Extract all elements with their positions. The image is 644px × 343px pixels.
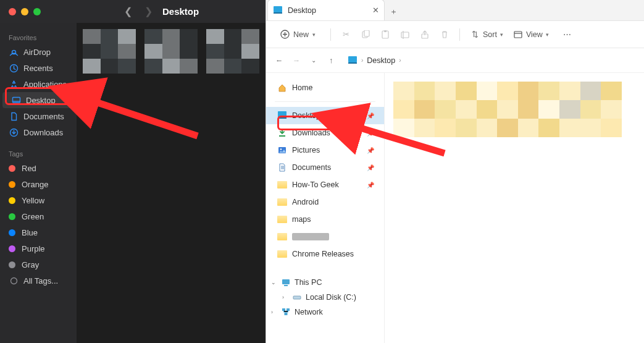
download-icon xyxy=(277,128,287,138)
sidebar-item-pictures[interactable]: Pictures📌 xyxy=(266,142,384,159)
sidebar-label: This PC xyxy=(295,278,322,287)
svg-rect-12 xyxy=(401,32,409,38)
new-label: New xyxy=(293,30,309,39)
share-icon[interactable] xyxy=(420,30,430,40)
svg-point-20 xyxy=(280,148,282,150)
folder-icon xyxy=(277,197,287,207)
sidebar-label: Local Disk (C:) xyxy=(306,293,356,302)
view-button[interactable]: View ▾ xyxy=(513,30,549,40)
tab-desktop[interactable]: Desktop ✕ xyxy=(267,0,385,20)
window-title: Desktop xyxy=(162,6,199,17)
mac-sidebar: Favorites AirDropRecentsApplicationsDesk… xyxy=(0,23,77,343)
sidebar-label: Recents xyxy=(23,64,53,73)
copy-icon[interactable] xyxy=(361,30,370,40)
minimize-window-button[interactable] xyxy=(21,8,28,15)
download-icon xyxy=(9,127,19,137)
tag-label: Green xyxy=(22,212,44,221)
sidebar-item-network[interactable]: › Network xyxy=(266,305,384,320)
nav-up-button[interactable]: ↑ xyxy=(327,56,335,65)
file-thumbnail[interactable] xyxy=(83,29,136,74)
sidebar-label: Desktop xyxy=(26,96,56,105)
new-tab-button[interactable]: ＋ xyxy=(385,3,402,20)
tag-item-purple[interactable]: Purple xyxy=(0,240,77,256)
sidebar-item-airdrop[interactable]: AirDrop xyxy=(0,44,77,60)
nav-back-button[interactable]: ← xyxy=(275,56,283,65)
pin-icon: 📌 xyxy=(367,130,374,137)
nav-back-button[interactable]: ❮ xyxy=(124,6,132,17)
svg-rect-16 xyxy=(348,62,357,64)
document-icon xyxy=(277,163,287,172)
breadcrumb-item[interactable]: Desktop xyxy=(367,56,395,65)
sidebar-item-applications[interactable]: Applications xyxy=(0,76,77,92)
sidebar-item-desktop[interactable]: Desktop📌 xyxy=(266,107,384,124)
breadcrumb[interactable]: › Desktop › xyxy=(344,52,635,69)
file-thumbnail[interactable] xyxy=(206,29,259,74)
pin-icon: 📌 xyxy=(367,164,374,171)
close-window-button[interactable] xyxy=(9,8,16,15)
address-bar-row: ← → ⌄ ↑ › Desktop › xyxy=(266,48,644,73)
file-thumbnail[interactable] xyxy=(144,29,198,74)
svg-rect-9 xyxy=(364,30,369,36)
sidebar-item-localdisk[interactable]: › Local Disk (C:) xyxy=(266,290,384,305)
cut-icon[interactable]: ✂ xyxy=(341,30,351,40)
sidebar-item-recents[interactable]: Recents xyxy=(0,60,77,76)
sidebar-label: Applications xyxy=(23,80,67,89)
sidebar-item-home[interactable]: Home xyxy=(266,79,384,96)
svg-rect-17 xyxy=(278,111,286,117)
tag-item-alltags[interactable]: All Tags... xyxy=(0,273,77,289)
tag-item-yellow[interactable]: Yellow xyxy=(0,192,77,208)
sort-button[interactable]: ⇅ Sort ▾ xyxy=(470,30,503,40)
new-button[interactable]: New ▾ xyxy=(275,27,320,42)
sidebar-item-downloads[interactable]: Downloads📌 xyxy=(266,124,384,142)
svg-rect-14 xyxy=(514,32,522,38)
sidebar-item-downloads[interactable]: Downloads xyxy=(0,124,77,140)
windows-explorer-window: Desktop ✕ ＋ New ▾ ✂ ⇅ Sort ▾ xyxy=(266,0,644,343)
svg-rect-5 xyxy=(274,6,282,12)
sidebar-item-chrome-releases[interactable]: Chrome Releases xyxy=(266,245,384,263)
macos-finder-window: ❮ ❯ Desktop Favorites AirDropRecentsAppl… xyxy=(0,0,266,343)
sidebar-label: How-To Geek xyxy=(292,180,339,189)
home-icon xyxy=(277,83,287,93)
folder-icon xyxy=(277,214,287,224)
svg-rect-15 xyxy=(348,56,357,62)
desktop-icon xyxy=(273,6,283,15)
svg-rect-6 xyxy=(274,12,282,14)
file-thumbnail[interactable] xyxy=(393,82,622,137)
tag-label: Red xyxy=(22,164,36,173)
sidebar-item-blurred[interactable] xyxy=(266,228,384,245)
close-tab-button[interactable]: ✕ xyxy=(372,6,379,15)
sidebar-label: Android xyxy=(292,198,319,206)
tag-item-orange[interactable]: Orange xyxy=(0,176,77,192)
nav-forward-button[interactable]: → xyxy=(292,56,301,65)
paste-icon[interactable] xyxy=(380,30,390,40)
rename-icon[interactable] xyxy=(400,30,410,40)
tags-icon xyxy=(9,276,19,286)
sidebar-item-documents[interactable]: Documents📌 xyxy=(266,159,384,176)
sidebar-item-how-to-geek[interactable]: How-To Geek📌 xyxy=(266,176,384,193)
tag-color-icon xyxy=(9,181,15,188)
sidebar-item-maps[interactable]: maps xyxy=(266,211,384,228)
maximize-window-button[interactable] xyxy=(33,8,41,15)
sort-label: Sort xyxy=(483,30,497,39)
svg-point-4 xyxy=(10,277,17,284)
sidebar-label: Downloads xyxy=(23,128,63,137)
tag-label: Yellow xyxy=(22,196,44,205)
tag-item-blue[interactable]: Blue xyxy=(0,224,77,240)
nav-forward-button[interactable]: ❯ xyxy=(144,6,153,17)
tag-color-icon xyxy=(9,261,15,268)
chevron-down-icon: ▾ xyxy=(312,32,316,38)
sidebar-item-android[interactable]: Android xyxy=(266,193,384,211)
sort-icon: ⇅ xyxy=(470,30,480,40)
desktop-icon xyxy=(277,111,287,121)
tag-color-icon xyxy=(9,229,15,236)
nav-recent-button[interactable]: ⌄ xyxy=(309,57,318,64)
tag-item-gray[interactable]: Gray xyxy=(0,256,77,273)
sidebar-item-documents[interactable]: Documents xyxy=(0,108,77,124)
toolbar: New ▾ ✂ ⇅ Sort ▾ View ▾ ⋯ xyxy=(266,21,644,48)
sidebar-item-thispc[interactable]: ⌄ This PC xyxy=(266,275,384,290)
tag-item-green[interactable]: Green xyxy=(0,208,77,224)
tag-item-red[interactable]: Red xyxy=(0,160,77,176)
delete-icon[interactable] xyxy=(440,30,450,40)
more-button[interactable]: ⋯ xyxy=(562,30,572,40)
sidebar-item-desktop[interactable]: Desktop xyxy=(2,92,74,108)
